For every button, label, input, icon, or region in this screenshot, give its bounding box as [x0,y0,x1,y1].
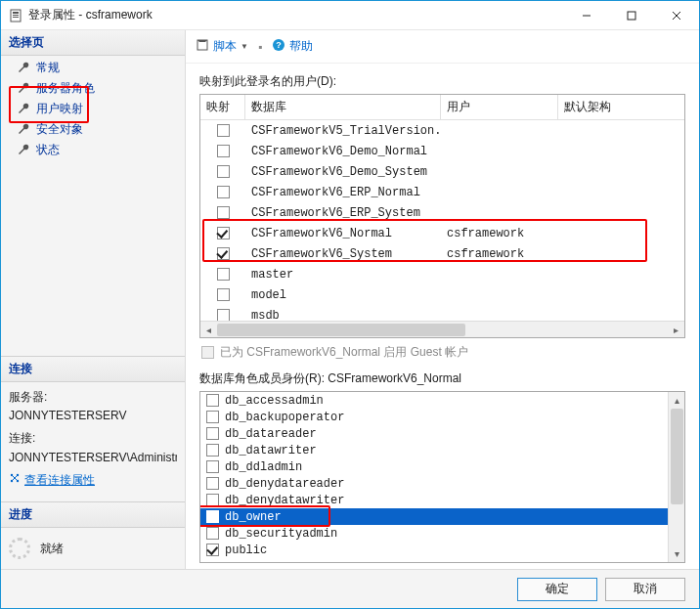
main-panel: 脚本 ▼ ▪ ? 帮助 映射到此登录名的用户(D): 映射 数据库 用户 默认架… [186,30,699,569]
wrench-icon [17,82,30,96]
cell-database: model [245,288,441,302]
svg-rect-1 [13,12,19,14]
role-item[interactable]: public [200,542,684,558]
script-button[interactable]: 脚本 ▼ [196,38,248,55]
cell-database: CSFrameworkV5_TrialVersion... [245,124,441,138]
role-item[interactable]: db_ddladmin [200,458,684,475]
table-row[interactable]: CSFrameworkV6_Normalcsframework [200,223,684,243]
role-name: db_denydatareader [225,477,344,491]
role-checkbox[interactable] [206,427,219,440]
map-checkbox[interactable] [217,309,230,321]
toolbar: 脚本 ▼ ▪ ? 帮助 [186,30,699,64]
role-name: db_securityadmin [225,527,337,541]
role-checkbox[interactable] [206,444,219,457]
scroll-down-icon[interactable]: ▾ [669,545,685,562]
table-row[interactable]: msdb [200,305,684,321]
role-checkbox[interactable] [206,544,219,556]
role-item[interactable]: db_datawriter [200,442,684,458]
role-name: db_owner [225,510,282,524]
table-row[interactable]: CSFrameworkV6_Demo_System [200,161,684,182]
sidebar-item-securables[interactable]: 安全对象 [1,119,185,140]
scroll-up-icon[interactable]: ▴ [669,392,685,409]
connection-header: 连接 [1,357,185,382]
toolbar-separator: ▪ [258,40,262,54]
mapping-section-label: 映射到此登录名的用户(D): [199,73,685,90]
role-checkbox[interactable] [206,494,219,506]
col-map[interactable]: 映射 [200,95,245,119]
cell-database: CSFrameworkV6_Normal [245,227,441,240]
table-row[interactable]: CSFrameworkV6_ERP_Normal [200,182,684,202]
role-item[interactable]: db_accessadmin [200,392,684,409]
vertical-scrollbar[interactable]: ▴ ▾ [668,392,684,562]
col-user[interactable]: 用户 [441,95,558,119]
role-item[interactable]: db_owner [200,508,684,525]
role-checkbox[interactable] [206,411,219,423]
sidebar-item-server-roles[interactable]: 服务器角色 [1,78,185,99]
table-row[interactable]: CSFrameworkV5_TrialVersion... [200,120,684,141]
role-checkbox[interactable] [206,394,219,407]
cancel-button[interactable]: 取消 [605,578,685,601]
cell-database: CSFrameworkV6_ERP_System [245,206,441,220]
svg-rect-3 [13,17,19,18]
col-database[interactable]: 数据库 [245,95,441,119]
sidebar-item-label: 常规 [36,60,60,76]
role-item[interactable]: db_denydatareader [200,475,684,492]
table-row[interactable]: CSFrameworkV6_ERP_System [200,202,684,223]
table-row[interactable]: model [200,284,684,305]
role-checkbox[interactable] [206,460,219,473]
col-schema[interactable]: 默认架构 [558,95,684,119]
guest-enabled-label: 已为 CSFrameworkV6_Normal 启用 Guest 帐户 [220,344,468,361]
sidebar-item-general[interactable]: 常规 [1,58,185,78]
maximize-button[interactable] [609,1,654,30]
progress-header: 进度 [1,502,185,528]
role-item[interactable]: db_datareader [200,425,684,442]
table-row[interactable]: master [200,264,684,284]
role-item[interactable]: db_backupoperator [200,409,684,425]
scroll-left-icon[interactable]: ◂ [200,322,217,338]
sidebar: 选择页 常规 服务器角色 用户映射 [1,30,186,569]
ok-button[interactable]: 确定 [517,578,597,601]
login-properties-window: 登录属性 - csframework 选择页 常规 [0,0,700,609]
map-checkbox[interactable] [217,124,230,137]
sidebar-item-user-mapping[interactable]: 用户映射 [1,99,185,119]
cell-database: master [245,268,441,282]
properties-icon [9,471,21,490]
view-connection-properties-link[interactable]: 查看连接属性 [9,471,177,490]
close-button[interactable] [654,1,699,30]
table-row[interactable]: CSFrameworkV6_Demo_Normal [200,141,684,161]
role-section-label: 数据库角色成员身份(R): [199,371,328,385]
map-checkbox[interactable] [217,206,230,219]
wrench-icon [17,62,30,75]
svg-text:?: ? [276,40,282,50]
cell-user: csframework [441,227,558,240]
map-checkbox[interactable] [217,165,230,178]
map-checkbox[interactable] [217,268,230,281]
svg-rect-5 [628,12,635,20]
role-item[interactable]: db_denydatawriter [200,492,684,508]
window-title: 登录属性 - csframework [28,7,153,23]
titlebar: 登录属性 - csframework [1,1,699,30]
map-checkbox[interactable] [217,247,230,260]
map-checkbox[interactable] [217,288,230,301]
role-item[interactable]: db_securityadmin [200,525,684,542]
mapping-table: 映射 数据库 用户 默认架构 CSFrameworkV5_TrialVersio… [199,94,685,338]
table-row[interactable]: CSFrameworkV6_Systemcsframework [200,243,684,264]
minimize-button[interactable] [564,1,609,30]
role-name: db_ddladmin [225,460,302,474]
map-checkbox[interactable] [217,186,230,198]
map-checkbox[interactable] [217,227,230,239]
scroll-right-icon[interactable]: ▸ [668,322,684,338]
wrench-icon [17,144,30,157]
help-button[interactable]: ? 帮助 [272,38,313,55]
svg-rect-2 [13,15,19,16]
role-checkbox[interactable] [206,527,219,540]
role-name: db_denydatawriter [225,494,344,507]
horizontal-scrollbar[interactable]: ◂ ▸ [200,321,684,337]
sidebar-item-status[interactable]: 状态 [1,140,185,160]
link-label: 查看连接属性 [24,471,95,490]
window-icon [9,9,22,22]
cell-database: CSFrameworkV6_ERP_Normal [245,186,441,199]
role-checkbox[interactable] [206,510,219,523]
role-checkbox[interactable] [206,477,219,490]
map-checkbox[interactable] [217,145,230,157]
